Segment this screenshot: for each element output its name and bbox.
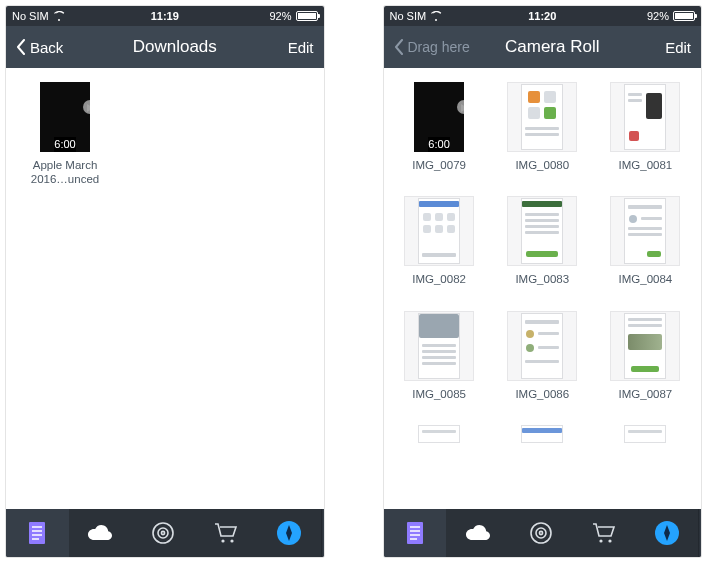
svg-point-9 [231, 539, 234, 542]
tab-grip[interactable] [698, 509, 701, 557]
grid-item[interactable]: IMG_0083 [497, 196, 588, 286]
file-label: IMG_0081 [619, 158, 673, 172]
grid-item[interactable]: 6:00 IMG_0079 [394, 82, 485, 172]
image-thumbnail [507, 311, 577, 381]
video-duration: 6:00 [54, 137, 75, 152]
file-label: IMG_0086 [515, 387, 569, 401]
nav-bar: Drag here Camera Roll Edit [384, 26, 702, 68]
documents-tab[interactable] [384, 509, 447, 557]
video-duration: 6:00 [428, 137, 449, 152]
svg-point-7 [162, 531, 165, 534]
cloud-icon [86, 524, 114, 542]
grid-item[interactable] [394, 425, 485, 443]
image-thumbnail [507, 196, 577, 266]
back-label: Back [30, 39, 63, 56]
svg-point-20 [608, 539, 611, 542]
svg-point-8 [222, 539, 225, 542]
grid-item[interactable]: IMG_0087 [600, 311, 691, 401]
page-title: Downloads [133, 37, 217, 57]
edit-button[interactable]: Edit [631, 39, 691, 56]
file-label: IMG_0083 [515, 272, 569, 286]
image-thumbnail [624, 425, 666, 443]
svg-rect-0 [29, 522, 45, 544]
tab-grip[interactable] [321, 509, 324, 557]
cloud-icon [464, 524, 492, 542]
documents-tab[interactable] [6, 509, 69, 557]
chevron-left-icon [394, 39, 404, 55]
svg-point-16 [531, 523, 551, 543]
document-icon [405, 521, 425, 545]
clock-label: 11:19 [151, 10, 179, 22]
grid-item[interactable] [600, 425, 691, 443]
svg-rect-11 [407, 522, 423, 544]
cloud-tab[interactable] [69, 509, 132, 557]
content-area[interactable]: 6:00 IMG_0079 IMG_0080 [384, 68, 702, 509]
image-thumbnail [610, 82, 680, 152]
clock-label: 11:20 [528, 10, 556, 22]
compass-icon [276, 520, 302, 546]
grid-item[interactable]: IMG_0084 [600, 196, 691, 286]
svg-point-5 [153, 523, 173, 543]
grid-item[interactable]: IMG_0081 [600, 82, 691, 172]
grid-item[interactable] [497, 425, 588, 443]
svg-point-17 [536, 528, 546, 538]
compass-tab[interactable] [258, 509, 321, 557]
image-thumbnail [418, 425, 460, 443]
tab-bar [6, 509, 324, 557]
phone-right: No SIM 11:20 92% Drag here Camera Roll E… [384, 6, 702, 557]
tab-bar [384, 509, 702, 557]
file-label: IMG_0084 [619, 272, 673, 286]
photo-grid: 6:00 IMG_0079 IMG_0080 [394, 82, 692, 443]
document-icon [27, 521, 47, 545]
chevron-left-icon [16, 39, 26, 55]
file-label: IMG_0082 [412, 272, 466, 286]
file-label: IMG_0080 [515, 158, 569, 172]
svg-point-18 [539, 531, 542, 534]
edit-button[interactable]: Edit [253, 39, 313, 56]
compass-tab[interactable] [635, 509, 698, 557]
compass-icon [654, 520, 680, 546]
phone-left: No SIM 11:19 92% Back Downloads Edit 6:0… [6, 6, 324, 557]
image-thumbnail [610, 196, 680, 266]
nav-bar: Back Downloads Edit [6, 26, 324, 68]
file-item[interactable]: 6:00 Apple March 2016…unced [10, 82, 120, 187]
cart-icon [213, 522, 239, 544]
content-area[interactable]: 6:00 Apple March 2016…unced [6, 68, 324, 509]
status-bar: No SIM 11:20 92% [384, 6, 702, 26]
hotspot-icon [151, 521, 175, 545]
svg-point-19 [599, 539, 602, 542]
image-thumbnail [404, 196, 474, 266]
wifi-tab[interactable] [132, 509, 195, 557]
file-label: IMG_0087 [619, 387, 673, 401]
cart-tab[interactable] [195, 509, 258, 557]
grid-item[interactable]: IMG_0086 [497, 311, 588, 401]
drag-here-label: Drag here [408, 39, 470, 55]
cart-tab[interactable] [572, 509, 635, 557]
cloud-tab[interactable] [446, 509, 509, 557]
svg-point-6 [158, 528, 168, 538]
file-label: Apple March 2016…unced [21, 158, 109, 187]
back-button[interactable]: Drag here [394, 39, 474, 55]
grid-item[interactable]: IMG_0082 [394, 196, 485, 286]
status-bar: No SIM 11:19 92% [6, 6, 324, 26]
image-thumbnail [610, 311, 680, 381]
cart-icon [591, 522, 617, 544]
back-button[interactable]: Back [16, 39, 96, 56]
file-label: IMG_0085 [412, 387, 466, 401]
grid-item[interactable]: IMG_0085 [394, 311, 485, 401]
page-title: Camera Roll [505, 37, 599, 57]
video-thumbnail: 6:00 [40, 82, 90, 152]
video-thumbnail: 6:00 [414, 82, 464, 152]
wifi-tab[interactable] [509, 509, 572, 557]
grid-item[interactable]: IMG_0080 [497, 82, 588, 172]
hotspot-icon [529, 521, 553, 545]
battery-icon [296, 11, 318, 21]
image-thumbnail [507, 82, 577, 152]
image-thumbnail [521, 425, 563, 443]
battery-icon [673, 11, 695, 21]
file-label: IMG_0079 [412, 158, 466, 172]
image-thumbnail [404, 311, 474, 381]
